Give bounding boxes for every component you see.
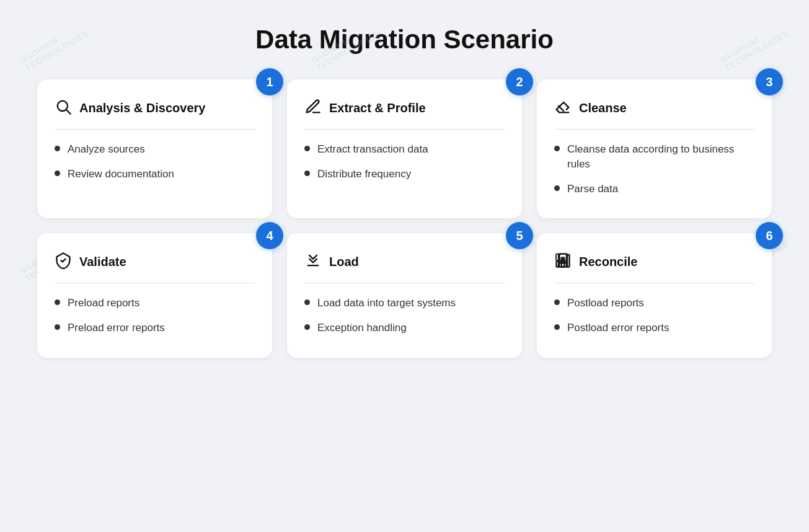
bullet-icon xyxy=(55,171,60,176)
bullet-icon xyxy=(554,146,560,151)
list-item: Postload error reports xyxy=(554,321,754,335)
card-list-1: Analyze sources Review documentation xyxy=(55,142,255,182)
card-title-2: Extract & Profile xyxy=(329,101,426,115)
card-title-4: Validate xyxy=(79,255,126,269)
eraser-icon xyxy=(554,98,572,118)
card-badge-5: 5 xyxy=(506,222,533,249)
shield-check-icon xyxy=(55,252,72,272)
card-header-3: Cleanse xyxy=(554,98,754,118)
list-item: Extract transaction data xyxy=(304,142,505,157)
card-validate: 4 Validate Preload reports Preload error… xyxy=(37,233,272,358)
card-header-6: Reconcile xyxy=(554,252,754,272)
card-list-5: Load data into target systems Exception … xyxy=(304,296,505,335)
card-cleanse: 3 Cleanse Cleanse data according to busi… xyxy=(537,79,772,218)
card-extract-profile: 2 Extract & Profile Extract transaction … xyxy=(287,79,522,218)
card-header-2: Extract & Profile xyxy=(304,98,505,118)
list-item: Preload reports xyxy=(55,296,255,311)
card-header-4: Validate xyxy=(55,252,255,272)
divider-4 xyxy=(55,283,255,283)
card-header-1: Analysis & Discovery xyxy=(55,98,255,118)
card-load: 5 Load Load data into target systems Exc… xyxy=(287,233,522,358)
search-icon xyxy=(55,98,72,118)
bullet-icon xyxy=(304,146,310,151)
card-list-2: Extract transaction data Distribute freq… xyxy=(304,142,505,182)
watermark-tr: GLORIUMTECHNOLOGIES xyxy=(718,20,790,73)
divider-6 xyxy=(554,283,754,283)
watermark-tl: GLORIUMTECHNOLOGIES xyxy=(19,20,90,73)
card-title-5: Load xyxy=(329,255,359,269)
list-item: Review documentation xyxy=(55,167,255,182)
card-reconcile: 6 Reconcile Postload reports Po xyxy=(537,233,772,358)
bullet-icon xyxy=(554,324,560,330)
bullet-icon xyxy=(304,299,310,305)
divider-2 xyxy=(304,129,505,130)
card-list-4: Preload reports Preload error reports xyxy=(55,296,255,335)
bullet-icon xyxy=(55,324,60,330)
card-badge-1: 1 xyxy=(256,68,283,95)
card-title-3: Cleanse xyxy=(579,101,627,115)
bullet-icon xyxy=(554,299,560,305)
bullet-icon xyxy=(304,324,310,330)
card-badge-6: 6 xyxy=(756,222,783,249)
card-title-6: Reconcile xyxy=(579,255,637,269)
bullet-icon xyxy=(304,171,310,176)
card-list-3: Cleanse data according to business rules… xyxy=(554,142,754,196)
card-title-1: Analysis & Discovery xyxy=(79,101,205,115)
list-item: Cleanse data according to business rules xyxy=(554,142,754,172)
download-icon xyxy=(304,252,322,272)
card-header-5: Load xyxy=(304,252,505,272)
bullet-icon xyxy=(55,299,60,305)
card-badge-3: 3 xyxy=(756,68,783,95)
bar-chart-icon xyxy=(554,252,572,272)
divider-1 xyxy=(55,129,255,130)
cards-grid: 1 Analysis & Discovery Analyze sources R… xyxy=(37,79,772,358)
list-item: Exception handling xyxy=(304,321,505,335)
divider-3 xyxy=(554,129,754,130)
bullet-icon xyxy=(554,185,560,191)
card-list-6: Postload reports Postload error reports xyxy=(554,296,754,335)
svg-line-1 xyxy=(66,110,70,113)
card-analysis-discovery: 1 Analysis & Discovery Analyze sources R… xyxy=(37,79,272,218)
list-item: Preload error reports xyxy=(55,321,255,335)
list-item: Postload reports xyxy=(554,296,754,311)
divider-5 xyxy=(304,283,505,283)
bullet-icon xyxy=(55,146,60,151)
page-title: Data Migration Scenario xyxy=(255,25,554,55)
card-badge-4: 4 xyxy=(256,222,283,249)
list-item: Parse data xyxy=(554,182,754,197)
list-item: Distribute frequency xyxy=(304,167,505,182)
card-badge-2: 2 xyxy=(506,68,533,95)
list-item: Analyze sources xyxy=(55,142,255,157)
edit-icon xyxy=(304,98,322,118)
list-item: Load data into target systems xyxy=(304,296,505,311)
